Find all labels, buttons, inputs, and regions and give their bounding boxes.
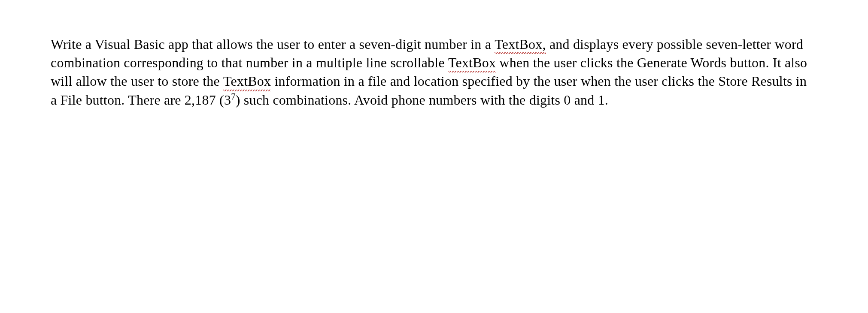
text-segment-1: Write a Visual Basic app that allows the… <box>51 36 495 52</box>
text-segment-5: ) such combinations. Avoid phone numbers… <box>236 92 608 108</box>
document-page: Write a Visual Basic app that allows the… <box>0 0 868 109</box>
spellcheck-word-3: TextBox <box>223 72 271 90</box>
spellcheck-word-1: TextBox, <box>495 35 546 54</box>
assignment-paragraph: Write a Visual Basic app that allows the… <box>51 35 812 109</box>
spellcheck-word-2: TextBox <box>448 54 496 72</box>
superscript-exponent: 7 <box>231 91 236 101</box>
